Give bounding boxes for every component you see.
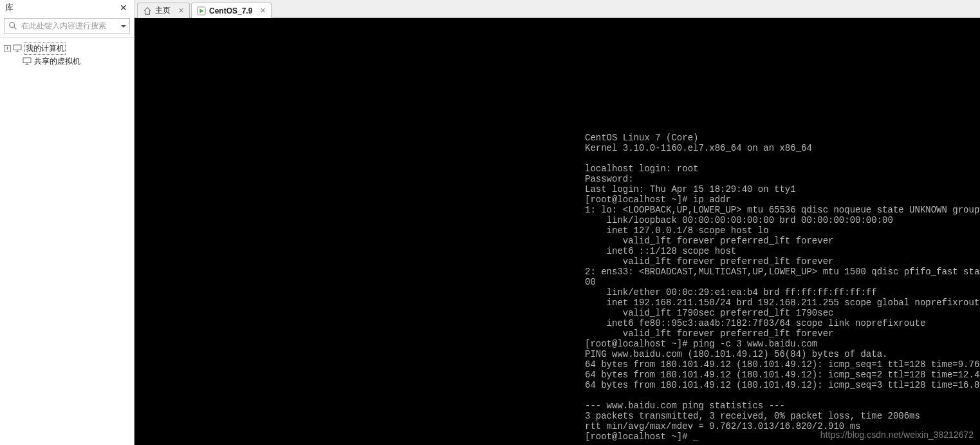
dropdown-icon[interactable]	[120, 23, 127, 29]
vm-play-icon	[197, 6, 206, 15]
expand-spacer	[14, 58, 21, 65]
svg-rect-5	[23, 58, 31, 63]
monitor-icon	[23, 57, 32, 65]
app-root: 库 ✕ + 我的计算机	[0, 0, 980, 445]
expand-icon[interactable]: +	[4, 45, 11, 52]
vm-console[interactable]: CentOS Linux 7 (Core) Kernel 3.10.0-1160…	[134, 18, 980, 445]
search-wrapper	[0, 15, 134, 38]
svg-line-1	[14, 27, 17, 30]
monitor-icon	[13, 44, 22, 52]
tab-bar: 主页 ✕ CentOS_7.9 ✕	[134, 0, 980, 18]
tree-item-shared-vms[interactable]: 共享的虚拟机	[3, 55, 131, 68]
tab-label-home: 主页	[155, 5, 171, 16]
search-icon	[8, 21, 17, 30]
sidebar: 库 ✕ + 我的计算机	[0, 0, 134, 445]
main-area: 主页 ✕ CentOS_7.9 ✕ CentOS Linux 7 (Core) …	[134, 0, 980, 445]
library-tree: + 我的计算机 共享的虚拟机	[0, 38, 134, 71]
tab-close-icon[interactable]: ✕	[177, 6, 185, 15]
sidebar-title: 库	[5, 2, 14, 14]
tab-close-icon[interactable]: ✕	[259, 6, 267, 15]
close-icon[interactable]: ✕	[117, 3, 130, 13]
tree-item-my-computer[interactable]: + 我的计算机	[3, 42, 131, 55]
svg-point-0	[10, 23, 15, 28]
sidebar-header: 库 ✕	[0, 0, 134, 15]
tab-label-centos: CentOS_7.9	[209, 6, 252, 15]
tab-centos[interactable]: CentOS_7.9 ✕	[191, 3, 272, 18]
search-box[interactable]	[4, 18, 130, 33]
home-icon	[143, 6, 152, 15]
tree-label-shared-vms: 共享的虚拟机	[34, 56, 80, 67]
svg-rect-2	[14, 45, 21, 50]
search-input[interactable]	[21, 21, 118, 30]
tab-home[interactable]: 主页 ✕	[137, 3, 190, 18]
tree-label-my-computer: 我的计算机	[24, 43, 66, 55]
